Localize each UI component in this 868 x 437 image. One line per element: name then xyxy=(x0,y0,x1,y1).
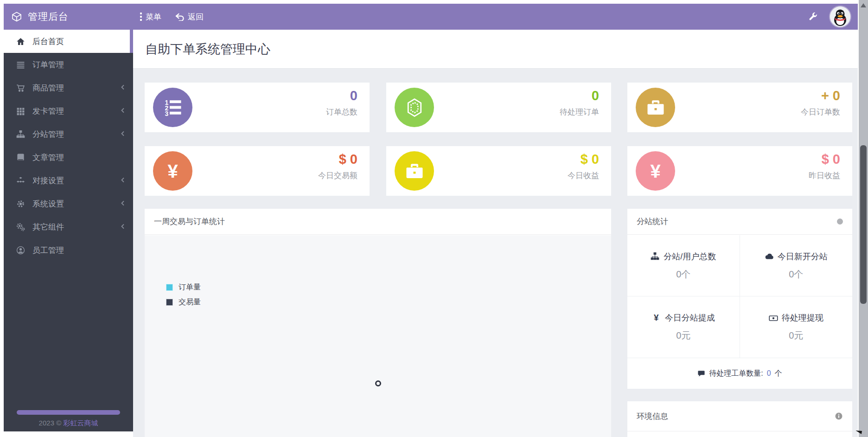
admin-dashboard: 管理后台 菜单 返回 xyxy=(0,0,868,437)
page-header: 自助下单系统管理中心 xyxy=(133,30,858,69)
stat-card-yesterday-profit: ¥ $ 0 昨日收益 xyxy=(627,146,852,196)
copyright: 2023 © 彩虹云商城 xyxy=(4,419,133,428)
sidebar-item-home[interactable]: 后台首页 xyxy=(4,30,133,53)
stat-value: $ 0 xyxy=(318,152,357,167)
sitemap-icon xyxy=(16,130,25,139)
sidebar-item-label: 后台首页 xyxy=(32,36,64,47)
brand-link[interactable]: 彩虹云商城 xyxy=(63,419,98,427)
sidebar-item-label: 系统设置 xyxy=(32,199,64,209)
stat-card-pending-orders: 0 待处理订单 xyxy=(386,83,611,132)
menu-button[interactable]: 菜单 xyxy=(133,4,168,30)
mouse-cursor xyxy=(854,426,862,434)
cell-today-commission: ¥ 今日分站提成 0元 xyxy=(627,296,740,358)
chevron-left-icon xyxy=(120,84,126,90)
briefcase-icon xyxy=(395,151,434,191)
workorder-row: 待处理工单数量: 0 个 xyxy=(627,358,852,389)
workorder-value[interactable]: 0 xyxy=(767,369,771,378)
cell-pending-withdrawals: 待处理提现 0元 xyxy=(740,296,853,358)
stat-value: $ 0 xyxy=(809,152,840,167)
environment-panel-title: 环境信息 xyxy=(637,411,668,422)
chevron-left-icon xyxy=(120,224,126,229)
sidebar: 后台首页 订单管理 商品管理 发卡 xyxy=(4,30,133,431)
sidebar-item-substations[interactable]: 分站管理 xyxy=(4,122,133,146)
cell-label: 今日分站提成 xyxy=(665,312,715,323)
stat-label: 订单总数 xyxy=(326,107,357,117)
sidebar-item-orders[interactable]: 订单管理 xyxy=(4,53,133,76)
legend-label: 订单量 xyxy=(179,283,201,292)
cell-value: 0元 xyxy=(676,329,690,342)
yen-icon: ¥ xyxy=(652,314,661,322)
back-button[interactable]: 返回 xyxy=(168,4,211,30)
user-circle-icon xyxy=(16,246,25,255)
sidebar-item-label: 商品管理 xyxy=(32,83,64,93)
sidebar-item-cards[interactable]: 发卡管理 xyxy=(4,99,133,122)
topbar: 管理后台 菜单 返回 xyxy=(4,4,858,30)
stat-card-today-profit: $ 0 今日收益 xyxy=(386,146,611,196)
yen-icon: ¥ xyxy=(153,151,192,191)
legend-swatch xyxy=(166,299,173,306)
sidebar-item-staff[interactable]: 员工管理 xyxy=(4,238,133,262)
chart-legend: 订单量 交易量 xyxy=(166,283,201,312)
scroll-up-arrow-icon[interactable] xyxy=(861,3,866,7)
cell-value: 0个 xyxy=(789,268,803,281)
chart-area: 订单量 交易量 xyxy=(145,235,611,437)
loading-spinner-icon xyxy=(375,380,381,386)
sidebar-item-label: 对接设置 xyxy=(32,175,64,186)
chart-panel-header: 一周交易与订单统计 xyxy=(145,209,611,235)
comment-icon xyxy=(697,370,705,378)
yen-icon: ¥ xyxy=(636,151,675,191)
environment-panel: 环境信息 xyxy=(627,401,852,437)
sidebar-accent-bar xyxy=(17,410,120,415)
app-title: 管理后台 xyxy=(28,10,69,23)
cell-value: 0元 xyxy=(789,329,803,342)
chevron-left-icon xyxy=(120,108,126,113)
chevron-left-icon xyxy=(120,131,126,136)
weekly-chart-panel: 一周交易与订单统计 订单量 交易量 xyxy=(145,209,611,437)
substation-stats-panel: 分站统计 分站/用户总数 0个 xyxy=(627,209,852,389)
cubes-icon xyxy=(16,176,25,185)
cube-logo-icon xyxy=(11,11,22,22)
workorder-label: 待处理工单数量: xyxy=(709,369,763,379)
chart-panel-title: 一周交易与订单统计 xyxy=(154,216,225,227)
environment-panel-header: 环境信息 xyxy=(627,401,852,431)
sidebar-item-products[interactable]: 商品管理 xyxy=(4,76,133,99)
sidebar-item-other-components[interactable]: 其它组件 xyxy=(4,215,133,238)
stat-value: 0 xyxy=(326,88,357,103)
gear-icon xyxy=(16,199,25,208)
main-content: 自助下单系统管理中心 1 2 3 0 订单总数 xyxy=(133,30,858,437)
brand[interactable]: 管理后台 xyxy=(4,4,133,30)
stat-value: + 0 xyxy=(801,88,840,103)
cube-icon xyxy=(395,88,434,127)
page-title: 自助下单系统管理中心 xyxy=(145,41,270,58)
user-avatar[interactable] xyxy=(830,6,850,27)
workorder-unit: 个 xyxy=(775,369,782,379)
stat-value: $ 0 xyxy=(568,152,599,167)
substation-panel-header: 分站统计 xyxy=(627,209,852,235)
sidebar-item-label: 分站管理 xyxy=(32,129,64,140)
scrollbar[interactable] xyxy=(859,0,868,437)
legend-label: 交易量 xyxy=(179,297,201,307)
copyright-year: 2023 © xyxy=(39,419,62,427)
sidebar-item-articles[interactable]: 文章管理 xyxy=(4,146,133,169)
home-icon xyxy=(16,37,25,46)
info-circle-icon[interactable] xyxy=(835,412,843,420)
scrollbar-thumb[interactable] xyxy=(860,145,867,304)
sidebar-item-label: 其它组件 xyxy=(32,222,64,232)
stat-label: 待处理订单 xyxy=(560,107,599,117)
wrench-icon[interactable] xyxy=(808,12,818,22)
cart-icon xyxy=(16,84,25,92)
legend-swatch xyxy=(166,284,173,291)
book-icon xyxy=(16,153,25,162)
chevron-left-icon xyxy=(120,177,126,183)
return-arrow-icon xyxy=(175,13,184,21)
cell-label: 待处理提现 xyxy=(782,312,823,323)
sidebar-item-label: 文章管理 xyxy=(32,152,64,163)
legend-item-orders[interactable]: 订单量 xyxy=(166,283,201,292)
cell-label: 分站/用户总数 xyxy=(664,251,716,262)
sidebar-item-system-settings[interactable]: 系统设置 xyxy=(4,192,133,215)
legend-item-trades[interactable]: 交易量 xyxy=(166,297,201,307)
cell-total-substations: 分站/用户总数 0个 xyxy=(627,235,740,296)
briefcase-icon xyxy=(636,88,675,127)
sidebar-item-integrations[interactable]: 对接设置 xyxy=(4,169,133,192)
stat-value: 0 xyxy=(560,88,599,103)
